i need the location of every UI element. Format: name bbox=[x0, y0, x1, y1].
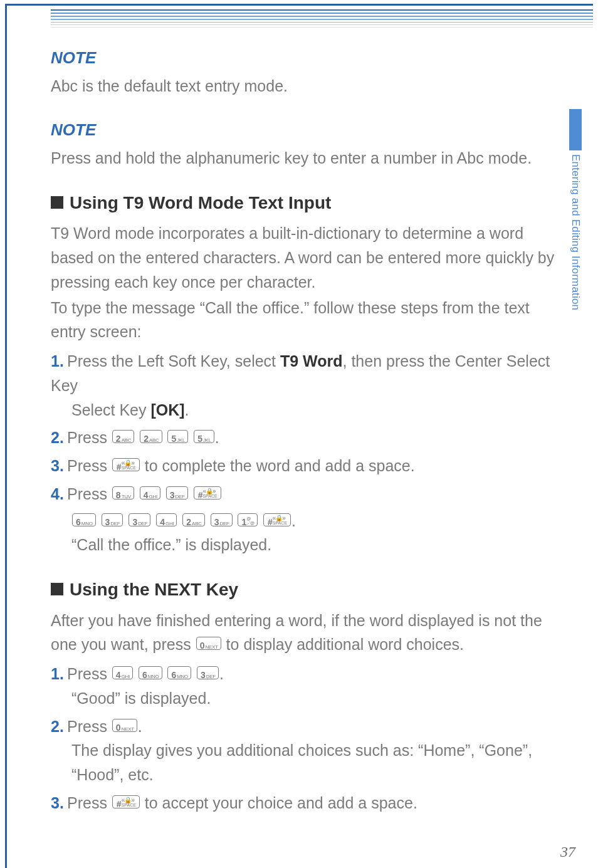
key-4ghi-icon: 4GHI bbox=[140, 486, 160, 499]
step-text-bold: T9 Word bbox=[280, 352, 343, 370]
key-3def-icon: 3DEF bbox=[197, 666, 219, 679]
key-0next-icon: 0NEXT bbox=[112, 719, 137, 732]
key-3def-icon: 3DEF bbox=[129, 513, 150, 526]
key-6mno-icon: 6MNO bbox=[72, 513, 96, 526]
step-number: 1. bbox=[51, 349, 67, 374]
key-hash-space-icon: #«🔒»SPACE bbox=[194, 486, 221, 499]
section-heading-text: Using T9 Word Mode Text Input bbox=[70, 193, 331, 212]
step-number: 2. bbox=[51, 426, 67, 450]
paragraph-text: to display additional word choices. bbox=[226, 635, 464, 653]
side-tab-accent bbox=[569, 109, 582, 150]
step-result: “Good” is displayed. bbox=[71, 686, 568, 711]
key-3def-icon: 3DEF bbox=[166, 486, 188, 499]
step-item: 2.Press 0NEXT. The display gives you add… bbox=[51, 714, 568, 787]
step-item: 2.Press 2ABC 2ABC 5JKL 5JKL. bbox=[51, 426, 568, 450]
step-item: 3.Press #«🔒»SPACE to complete the word a… bbox=[51, 454, 568, 478]
side-tab: Entering and Editing Information bbox=[569, 109, 582, 355]
step-number: 4. bbox=[51, 482, 67, 506]
step-item: 1.Press 4GHI 6MNO 6MNO 3DEF. “Good” is d… bbox=[51, 662, 568, 711]
key-2abc-icon: 2ABC bbox=[140, 430, 162, 443]
header-banding bbox=[7, 9, 593, 28]
key-5jkl-icon: 5JKL bbox=[167, 430, 188, 443]
step-text-bold: [OK] bbox=[150, 401, 184, 419]
step-text: Press bbox=[67, 457, 112, 474]
step-text: Press bbox=[67, 485, 112, 503]
step-number: 3. bbox=[51, 454, 67, 478]
key-2abc-icon: 2ABC bbox=[112, 430, 134, 443]
step-number: 1. bbox=[51, 662, 67, 686]
step-text: . bbox=[219, 665, 224, 682]
step-text: Select Key bbox=[71, 401, 150, 419]
key-6mno-icon: 6MNO bbox=[139, 666, 162, 679]
section-heading-text: Using the NEXT Key bbox=[70, 580, 238, 599]
key-3def-icon: 3DEF bbox=[211, 513, 233, 526]
step-text: Press the Left Soft Key, select bbox=[67, 352, 280, 370]
key-0next-icon: 0NEXT bbox=[196, 637, 221, 650]
key-4ghi-icon: 4GHI bbox=[156, 513, 177, 526]
step-text: Press bbox=[67, 429, 112, 446]
intro-paragraph: T9 Word mode incorporates a built-in-dic… bbox=[51, 221, 568, 294]
step-text: . bbox=[185, 401, 189, 419]
key-4ghi-icon: 4GHI bbox=[112, 666, 133, 679]
step-number: 3. bbox=[51, 791, 67, 815]
page-number: 37 bbox=[560, 844, 575, 860]
step-item: 4.Press 8TUV 4GHI 3DEF #«🔒»SPACE 6MNO 3D… bbox=[51, 482, 568, 557]
square-bullet-icon bbox=[51, 583, 63, 595]
key-hash-space-icon: #«🔒»SPACE bbox=[263, 513, 291, 526]
step-number: 2. bbox=[51, 714, 67, 739]
step-result: “Call the office.” is displayed. bbox=[71, 533, 568, 557]
step-item: 1.Press the Left Soft Key, select T9 Wor… bbox=[51, 349, 568, 422]
intro-paragraph: To type the message “Call the office.” f… bbox=[51, 296, 568, 345]
key-hash-space-icon: #«🔒»SPACE bbox=[112, 458, 140, 471]
side-tab-label: Entering and Editing Information bbox=[569, 154, 582, 355]
key-1-icon: 1@.-'@ bbox=[238, 513, 258, 526]
note-title: NOTE bbox=[51, 45, 568, 70]
note-body: Press and hold the alphanumeric key to e… bbox=[51, 146, 568, 170]
key-5jkl-icon: 5JKL bbox=[194, 430, 214, 443]
note-block-2: NOTE Press and hold the alphanumeric key… bbox=[51, 117, 568, 170]
key-8tuv-icon: 8TUV bbox=[112, 486, 134, 499]
step-result: The display gives you additional choices… bbox=[71, 738, 568, 787]
section-heading-t9: Using T9 Word Mode Text Input bbox=[51, 189, 568, 216]
intro-paragraph: After you have finished entering a word,… bbox=[51, 609, 568, 657]
step-text: . bbox=[215, 429, 219, 446]
step-text: Press bbox=[67, 794, 112, 812]
step-item: 3.Press #«🔒»SPACE to accept your choice … bbox=[51, 791, 568, 815]
square-bullet-icon bbox=[51, 196, 63, 209]
section-heading-next: Using the NEXT Key bbox=[51, 576, 568, 603]
note-body: Abc is the default text entry mode. bbox=[51, 74, 568, 98]
note-title: NOTE bbox=[51, 117, 568, 142]
key-hash-space-icon: #«🔒»SPACE bbox=[112, 795, 140, 808]
key-3def-icon: 3DEF bbox=[102, 513, 123, 526]
step-text: . bbox=[291, 512, 296, 530]
key-6mno-icon: 6MNO bbox=[167, 666, 191, 679]
step-text: to complete the word and add a space. bbox=[145, 457, 415, 474]
step-text: Press bbox=[67, 665, 112, 682]
key-2abc-icon: 2ABC bbox=[182, 513, 204, 526]
step-text: to accept your choice and add a space. bbox=[145, 794, 417, 812]
note-block-1: NOTE Abc is the default text entry mode. bbox=[51, 45, 568, 98]
step-text: . bbox=[138, 718, 142, 735]
step-text: Press bbox=[67, 718, 112, 735]
